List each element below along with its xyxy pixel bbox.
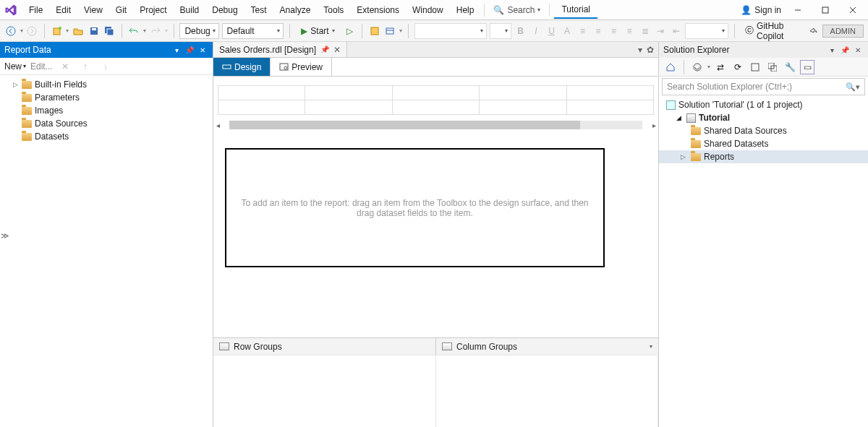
- caret-icon[interactable]: ◢: [676, 114, 684, 121]
- start-debug-button[interactable]: ▶ Start ▾: [295, 23, 340, 39]
- parameter-grid[interactable]: [218, 85, 654, 115]
- window-maximize[interactable]: [814, 1, 836, 19]
- new-project-button[interactable]: [51, 23, 64, 39]
- copilot-button[interactable]: ⓒ GitHub Copilot: [741, 21, 804, 41]
- platform-dropdown[interactable]: Default: [222, 23, 284, 39]
- tree-item-datasources[interactable]: Data Sources: [0, 117, 213, 130]
- solution-icon: [666, 100, 676, 110]
- properties-icon[interactable]: 🔧: [783, 60, 797, 74]
- preview-tab[interactable]: Preview: [271, 58, 332, 76]
- horizontal-scrollbar[interactable]: ◂ ▸: [213, 119, 658, 131]
- config-dropdown[interactable]: Debug: [179, 23, 218, 39]
- play-icon: ▶: [301, 26, 307, 36]
- outdent-button: ⇤: [670, 23, 683, 39]
- row-groups-header[interactable]: Row Groups: [213, 338, 436, 355]
- solution-name-tab[interactable]: Tutorial: [554, 1, 597, 19]
- tree-item-datasets[interactable]: Datasets: [0, 130, 213, 143]
- start-without-debug-button[interactable]: ▷: [344, 23, 357, 39]
- menu-edit[interactable]: Edit: [50, 2, 77, 18]
- close-icon[interactable]: ✕: [852, 44, 864, 56]
- nav-back-button[interactable]: [4, 23, 17, 39]
- caret-icon[interactable]: ▷: [12, 81, 19, 88]
- scroll-left-icon[interactable]: ◂: [213, 121, 222, 129]
- save-all-button[interactable]: [103, 23, 116, 39]
- tab-overflow-icon[interactable]: ▾: [638, 45, 642, 55]
- preview-changes-icon[interactable]: ▭: [800, 60, 814, 74]
- tree-item-shared-data-sources[interactable]: Shared Data Sources: [659, 124, 868, 137]
- home-icon[interactable]: [663, 60, 678, 74]
- report-canvas[interactable]: To add an item to the report: drag an it…: [225, 148, 605, 267]
- tree-item-reports[interactable]: ▷Reports: [659, 150, 868, 163]
- chevron-down-icon: ▾: [537, 7, 540, 13]
- solution-root[interactable]: Solution 'Tutorial' (1 of 1 project): [659, 98, 868, 111]
- refresh-icon[interactable]: ⟳: [731, 60, 745, 74]
- toolbar-icon-1[interactable]: [368, 23, 381, 39]
- tree-item-shared-datasets[interactable]: Shared Datasets: [659, 137, 868, 150]
- sign-in-link[interactable]: 👤 Sign in: [741, 5, 781, 15]
- menu-debug[interactable]: Debug: [206, 2, 243, 18]
- menu-extensions[interactable]: Extensions: [351, 2, 405, 18]
- close-icon[interactable]: ✕: [197, 44, 208, 56]
- chevron-down-icon[interactable]: ▾: [707, 64, 710, 70]
- tree-item-parameters[interactable]: Parameters: [0, 91, 213, 104]
- menu-view[interactable]: View: [78, 2, 109, 18]
- save-button[interactable]: [88, 23, 101, 39]
- panel-menu-icon[interactable]: ▾: [171, 44, 182, 56]
- menu-help[interactable]: Help: [451, 2, 480, 18]
- pin-icon[interactable]: 📌: [320, 46, 329, 53]
- svg-rect-11: [107, 29, 114, 35]
- pin-icon[interactable]: 📌: [839, 44, 851, 56]
- column-groups-icon: [442, 342, 452, 350]
- sync-icon[interactable]: ⇄: [713, 60, 728, 74]
- menu-project[interactable]: Project: [134, 2, 172, 18]
- folder-icon: [22, 133, 32, 141]
- chevron-down-icon[interactable]: ▾: [143, 27, 146, 34]
- open-file-button[interactable]: [72, 23, 85, 39]
- window-close[interactable]: [842, 1, 864, 19]
- align-right-button: ≡: [608, 23, 621, 39]
- underline-button: U: [545, 23, 558, 39]
- chevron-down-icon[interactable]: ▾: [650, 343, 652, 350]
- window-minimize[interactable]: [787, 1, 809, 19]
- global-search[interactable]: 🔍 Search ▾: [489, 4, 545, 17]
- menu-analyze[interactable]: Analyze: [274, 2, 317, 18]
- menu-file[interactable]: File: [23, 2, 48, 18]
- menu-git[interactable]: Git: [110, 2, 132, 18]
- chevron-down-icon[interactable]: ▾: [399, 27, 402, 34]
- caret-icon[interactable]: ▷: [681, 153, 688, 160]
- font-color-button: A: [561, 23, 574, 39]
- undo-button[interactable]: [128, 23, 141, 39]
- project-node[interactable]: ◢ Tutorial: [659, 111, 868, 124]
- panel-menu-icon[interactable]: ▾: [826, 44, 838, 56]
- admin-badge: ADMIN: [822, 25, 864, 38]
- svg-rect-13: [386, 28, 393, 34]
- folder-icon: [22, 81, 32, 89]
- close-icon[interactable]: ✕: [333, 45, 341, 55]
- menu-build[interactable]: Build: [174, 2, 205, 18]
- column-groups-header[interactable]: Column Groups ▾: [436, 338, 658, 355]
- share-button[interactable]: [807, 23, 820, 39]
- svg-point-4: [7, 27, 15, 35]
- chevron-down-icon[interactable]: ▾: [66, 27, 69, 34]
- menu-window[interactable]: Window: [407, 2, 449, 18]
- design-tab[interactable]: Design: [213, 58, 271, 76]
- menu-tools[interactable]: Tools: [318, 2, 349, 18]
- new-button[interactable]: New ▾: [4, 61, 26, 72]
- edit-button[interactable]: Edit...: [30, 61, 53, 72]
- options-icon[interactable]: ✿: [647, 45, 654, 55]
- tree-item-images[interactable]: Images: [0, 104, 213, 117]
- chevron-down-icon[interactable]: ▾: [20, 27, 23, 34]
- indent-button: ⇥: [654, 23, 667, 39]
- scroll-right-icon[interactable]: ▸: [650, 121, 658, 129]
- solution-search-input[interactable]: Search Solution Explorer (Ctrl+;) 🔍▾: [662, 78, 865, 95]
- menu-test[interactable]: Test: [245, 2, 273, 18]
- designer-tabs: Design Preview: [213, 58, 658, 77]
- pin-icon[interactable]: 📌: [184, 44, 195, 56]
- vs-logo-icon: [4, 4, 17, 17]
- switch-view-icon[interactable]: [690, 60, 705, 74]
- show-all-icon[interactable]: [765, 60, 780, 74]
- toolbar-icon-2[interactable]: [383, 23, 396, 39]
- tree-item-builtin[interactable]: ▷Built-in Fields: [0, 78, 213, 91]
- document-tab[interactable]: Sales Orders.rdl [Design] 📌 ✕: [213, 42, 347, 57]
- collapse-icon[interactable]: [748, 60, 762, 74]
